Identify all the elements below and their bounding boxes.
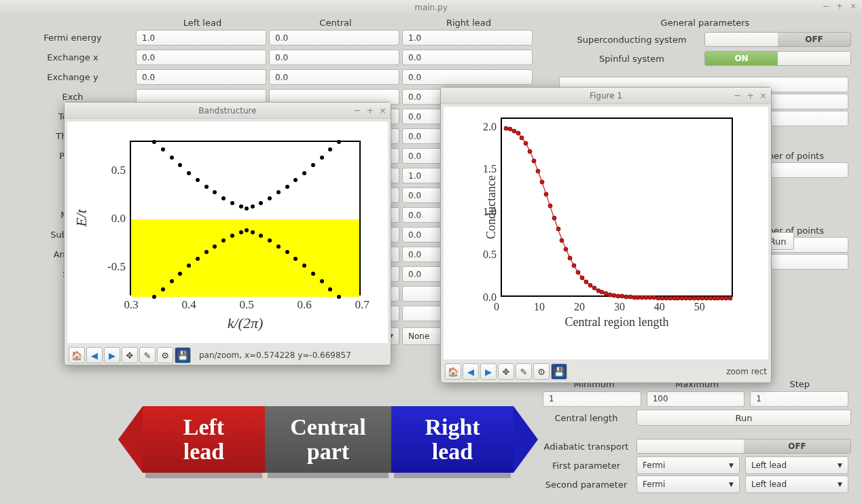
second-param-select-b[interactable]: Left lead▼ — [745, 475, 848, 493]
spinful-label: Spinful system — [559, 54, 704, 64]
superconducting-toggle[interactable]: OFF — [704, 32, 851, 47]
run-button-2[interactable]: Run — [636, 410, 851, 426]
param-label: Exchange x — [14, 52, 136, 62]
superconducting-label: Superconducting system — [559, 35, 704, 45]
cond-xlabel: Central region length — [565, 315, 669, 329]
figure-1-titlebar[interactable]: Figure 1 − + × — [441, 88, 771, 104]
zoom-icon[interactable]: ✎ — [139, 347, 156, 363]
config-icon[interactable]: ⚙ — [533, 363, 550, 380]
first-param-label: First parameter — [539, 461, 634, 471]
param-input[interactable]: 1.0 — [402, 30, 533, 46]
pan-icon[interactable]: ✥ — [122, 347, 138, 363]
figure-1-toolbar: 🏠 ◀ ▶ ✥ ✎ ⚙ 💾 zoom rect — [441, 362, 771, 381]
param-input[interactable]: 0.0 — [402, 50, 533, 65]
pan-icon[interactable]: ✥ — [498, 363, 514, 380]
main-titlebar: main.py − + × — [0, 0, 862, 15]
chevron-down-icon: ▼ — [729, 462, 734, 469]
param-input[interactable]: 0.0 — [402, 69, 533, 85]
forward-icon[interactable]: ▶ — [104, 347, 120, 363]
back-icon[interactable]: ◀ — [463, 363, 479, 380]
bandstructure-titlebar[interactable]: Bandstructure − + × — [65, 103, 391, 119]
close-icon[interactable]: × — [850, 1, 857, 11]
forward-icon[interactable]: ▶ — [480, 363, 497, 380]
col-central: Central — [269, 18, 402, 28]
first-param-select-b[interactable]: Left lead▼ — [745, 456, 848, 474]
config-icon[interactable]: ⚙ — [157, 347, 173, 363]
adiabatic-toggle[interactable]: OFF — [636, 439, 851, 454]
spinful-toggle[interactable]: ON — [704, 51, 851, 66]
back-icon[interactable]: ◀ — [86, 347, 103, 363]
lead-diagram: Leftlead Centralpart Rightlead — [143, 402, 530, 477]
figure-1-title: Figure 1 — [590, 91, 622, 101]
param-input[interactable]: 0.0 — [136, 50, 266, 65]
general-params-title: General parameters — [559, 18, 851, 28]
param-input[interactable]: 1.0 — [136, 30, 266, 46]
second-param-select-a[interactable]: Fermi▼ — [636, 475, 740, 493]
param-label: Exch — [14, 92, 136, 102]
param-input[interactable]: 0.0 — [269, 50, 399, 65]
diagram-central-part: Centralpart — [265, 406, 391, 473]
figure-1-status: zoom rect — [726, 367, 767, 376]
band-plot: E/t k/(2π) -0.50.00.50.30.40.50.60.7 — [67, 122, 388, 343]
save-icon[interactable]: 💾 — [175, 347, 191, 363]
max-input[interactable]: 100 — [647, 391, 745, 407]
param-input[interactable]: 0.0 — [269, 69, 399, 85]
maximize-icon[interactable]: + — [836, 1, 843, 11]
first-param-select-a[interactable]: Fermi▼ — [636, 456, 740, 474]
maximize-icon[interactable]: + — [747, 90, 754, 101]
bandstructure-title: Bandstructure — [198, 106, 256, 115]
minimize-icon[interactable]: − — [734, 90, 741, 101]
home-icon[interactable]: 🏠 — [445, 363, 461, 380]
band-xlabel: k/(2π) — [228, 314, 264, 332]
step-input[interactable]: 1 — [750, 391, 848, 407]
chevron-down-icon: ▼ — [838, 481, 842, 488]
main-title: main.py — [414, 3, 448, 12]
second-param-label: Second parameter — [539, 480, 634, 490]
diagram-right-lead: Rightlead — [391, 406, 514, 473]
bandstructure-status: pan/zoom, x=0.574228 y=-0.669857 — [199, 350, 387, 360]
col-left: Left lead — [136, 18, 269, 28]
figure-1-window[interactable]: Figure 1 − + × Conductance Central regio… — [440, 87, 772, 383]
minimize-icon[interactable]: − — [823, 1, 829, 11]
close-icon[interactable]: × — [759, 90, 767, 101]
bandstructure-toolbar: 🏠 ◀ ▶ ✥ ✎ ⚙ 💾 pan/zoom, x=0.574228 y=-0.… — [65, 346, 391, 365]
param-label: Exchange y — [14, 72, 136, 82]
band-ylabel: E/t — [73, 209, 90, 227]
min-input[interactable]: 1 — [543, 391, 641, 407]
param-label: Fermi energy — [14, 33, 136, 43]
diagram-left-lead: Leftlead — [143, 406, 265, 473]
bandstructure-window[interactable]: Bandstructure − + × E/t k/(2π) -0.50.00.… — [64, 102, 391, 365]
home-icon[interactable]: 🏠 — [69, 347, 85, 363]
central-length-panel: Minimum Maximum Step 1 100 1 Central len… — [539, 379, 851, 494]
conductance-plot: Conductance Central region length 0.00.5… — [444, 107, 768, 359]
close-icon[interactable]: × — [379, 105, 387, 115]
save-icon[interactable]: 💾 — [551, 363, 567, 380]
param-input[interactable]: 0.0 — [269, 30, 399, 46]
col-right: Right lead — [402, 18, 535, 28]
param-input[interactable]: 0.0 — [136, 69, 266, 85]
zoom-icon[interactable]: ✎ — [516, 363, 532, 380]
maximize-icon[interactable]: + — [366, 105, 374, 115]
minimize-icon[interactable]: − — [353, 105, 361, 115]
chevron-down-icon: ▼ — [838, 462, 842, 469]
central-length-label: Central length — [539, 413, 634, 423]
adiabatic-label: Adiabatic transport — [539, 442, 634, 452]
chevron-down-icon: ▼ — [729, 481, 734, 488]
